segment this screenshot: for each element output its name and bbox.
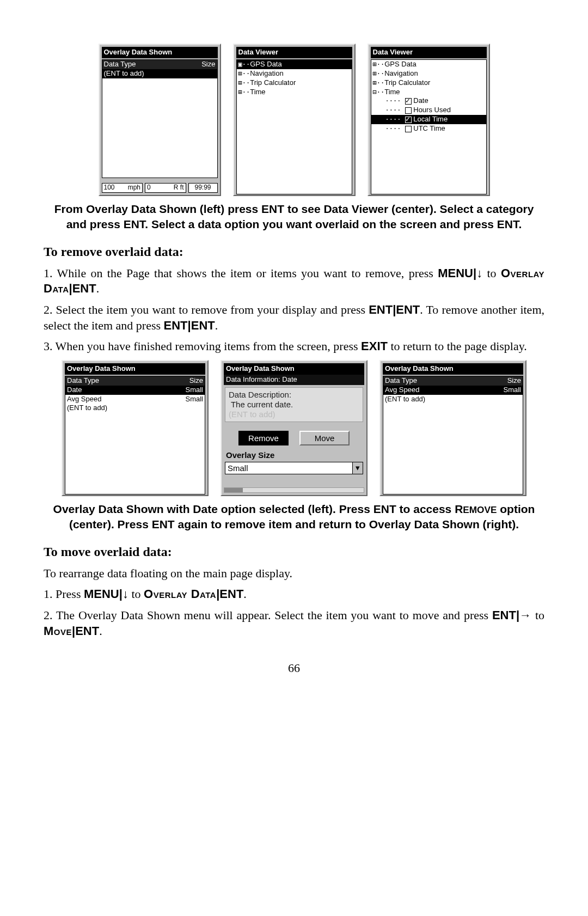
expand-icon: ⊞·· <box>238 88 250 96</box>
column-header-datatype: Data Type <box>104 60 136 69</box>
data-viewer-panel-expanded: Data Viewer ⊞··GPS Data ⊞··Navigation ⊞·… <box>367 44 490 196</box>
status-bar: 100mph 0R ft 99:99 <box>102 183 218 193</box>
tree-child[interactable]: ···· UTC Time <box>371 124 486 133</box>
overlay-data-shown-panel-date-selected: Overlay Data Shown Data Type Size DateSm… <box>62 360 209 496</box>
tree-item[interactable]: ⊞··GPS Data <box>371 60 486 69</box>
paragraph: To rearrange data floating on the main p… <box>44 566 544 582</box>
checkbox-icon <box>405 107 412 114</box>
tree-listbox: ⊞··GPS Data ⊞··Navigation ⊞··Trip Calcul… <box>371 59 487 194</box>
overlay-data-shown-panel-after-remove: Overlay Data Shown Data Type Size Avg Sp… <box>379 360 526 496</box>
checkbox-icon <box>405 126 412 132</box>
figure-caption-top: From Overlay Data Shown (left) press ENT… <box>44 201 544 233</box>
tree-item[interactable]: ⊞··Trip Calculator <box>371 78 486 88</box>
dropdown-value: Small <box>225 462 352 474</box>
page-number: 66 <box>44 661 544 676</box>
figure-row-bottom: Overlay Data Shown Data Type Size DateSm… <box>44 360 544 496</box>
remove-button[interactable]: Remove <box>238 431 289 446</box>
overlay-size-label: Overlay Size <box>224 450 364 461</box>
description-label: Data Description: <box>229 390 359 400</box>
panel-title: Overlay Data Shown <box>65 363 205 375</box>
tree-item[interactable]: ⊞··Navigation <box>371 69 486 78</box>
tree-item[interactable]: ⊞··Navigation <box>237 69 352 78</box>
data-viewer-panel-collapsed: Data Viewer ▣··GPS Data ⊞··Navigation ⊞·… <box>233 44 356 196</box>
column-header-datatype: Data Type <box>67 376 99 386</box>
data-information-panel: Overlay Data Shown Data Information: Dat… <box>220 360 367 496</box>
scrollbar[interactable] <box>224 487 364 493</box>
checkbox-icon <box>405 98 412 105</box>
paragraph: 1. While on the Page that shows the item… <box>44 266 544 297</box>
overlay-listbox: Data Type Size (ENT to add) <box>102 59 218 178</box>
heading-move: To move overlaid data: <box>44 544 544 560</box>
list-item[interactable]: DateSmall <box>65 386 205 395</box>
tree-child[interactable]: ···· Hours Used <box>371 106 486 115</box>
paragraph: 3. When you have finished removing items… <box>44 339 544 355</box>
tree-child[interactable]: ···· Date <box>371 96 486 106</box>
tree-item[interactable]: ⊞··Time <box>237 88 352 97</box>
panel-title: Overlay Data Shown <box>102 47 218 58</box>
expand-icon: ⊞·· <box>373 70 385 77</box>
expand-icon: ⊞·· <box>373 60 385 68</box>
ghost-text: (ENT to add) <box>229 410 359 419</box>
expand-icon: ▣·· <box>238 60 250 68</box>
tree-listbox: ▣··GPS Data ⊞··Navigation ⊞··Trip Calcul… <box>236 59 352 194</box>
tree-child[interactable]: ···· Local Time <box>371 115 486 124</box>
move-button[interactable]: Move <box>299 431 350 446</box>
chevron-down-icon: ▾ <box>352 462 363 474</box>
paragraph: 2. Select the item you want to remove fr… <box>44 302 544 333</box>
tree-item[interactable]: ▣··GPS Data <box>237 60 352 69</box>
column-header-size: Size <box>189 376 203 386</box>
description-value: The current date. <box>231 400 293 409</box>
panel-title: Overlay Data Shown <box>383 363 523 375</box>
description-card: Data Description: The current date. (ENT… <box>225 387 363 422</box>
figure-row-top: Overlay Data Shown Data Type Size (ENT t… <box>44 44 544 196</box>
overlay-size-dropdown[interactable]: Small ▾ <box>225 462 363 475</box>
expand-icon: ⊞·· <box>238 70 250 77</box>
paragraph: 1. Press MENU|↓ to Overlay Data|ENT. <box>44 587 544 602</box>
figure-caption-bottom: Overlay Data Shown with Date option sele… <box>44 502 544 533</box>
column-header-size: Size <box>201 60 215 69</box>
column-header-size: Size <box>507 376 521 386</box>
overlay-listbox: Data Type Size DateSmall Avg SpeedSmall … <box>65 376 205 494</box>
tree-item[interactable]: ⊞··Trip Calculator <box>237 78 352 88</box>
list-item[interactable]: (ENT to add) <box>65 404 205 413</box>
list-item[interactable]: (ENT to add) <box>102 69 217 78</box>
panel-title: Data Viewer <box>371 47 487 58</box>
overlay-data-shown-panel-empty: Overlay Data Shown Data Type Size (ENT t… <box>99 44 221 196</box>
overlay-listbox: Data Type Size Avg SpeedSmall (ENT to ad… <box>383 376 523 494</box>
checkbox-icon <box>405 117 412 123</box>
collapse-icon: ⊟·· <box>373 88 385 96</box>
column-header-datatype: Data Type <box>385 376 417 386</box>
heading-remove: To remove overlaid data: <box>44 243 544 260</box>
list-item[interactable]: (ENT to add) <box>383 395 523 404</box>
panel-title: Overlay Data Shown <box>224 363 364 375</box>
expand-icon: ⊞·· <box>238 79 250 87</box>
panel-title: Data Viewer <box>236 47 352 58</box>
list-item[interactable]: Avg SpeedSmall <box>65 395 205 404</box>
expand-icon: ⊞·· <box>373 79 385 87</box>
list-item[interactable]: Avg SpeedSmall <box>383 386 523 395</box>
button-row: Remove Move <box>224 431 364 446</box>
panel-subtitle: Data Information: Date <box>224 375 364 385</box>
tree-item[interactable]: ⊟··Time <box>371 88 486 97</box>
paragraph: 2. The Overlay Data Shown menu will appe… <box>44 608 544 639</box>
